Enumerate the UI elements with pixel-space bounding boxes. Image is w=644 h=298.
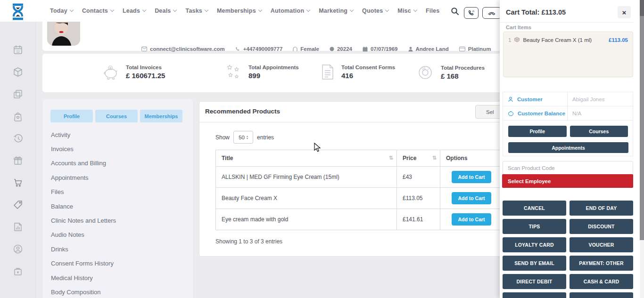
menu-item-audio-notes[interactable]: Audio Notes (51, 228, 189, 242)
nav-label: Memberships (217, 8, 256, 14)
menu-item-files[interactable]: Files (51, 185, 189, 199)
package-icon[interactable] (12, 66, 24, 78)
stat-label: Total Appointments (248, 64, 299, 70)
stat-label: Total Invoices (126, 64, 165, 70)
nav-item-marketing[interactable]: Marketing (319, 8, 353, 14)
menu-item-clinic-notes[interactable]: Clinic Notes and Letters (51, 213, 189, 227)
cash-and-card-button[interactable]: CASH & CARD (570, 274, 633, 289)
chevron-down-icon (306, 8, 310, 12)
table-row: Beauty Face Cream X £113.05 Add to Cart (216, 188, 518, 209)
shopping-bag-heart-icon[interactable] (12, 111, 24, 122)
nav-item-automation[interactable]: Automation (271, 8, 310, 14)
page-size-value: 50 (239, 135, 245, 140)
menu-item-invoices[interactable]: Invoices (51, 142, 189, 156)
voucher-button[interactable]: VOUCHER (570, 237, 633, 252)
cancel-button[interactable]: CANCEL (503, 201, 566, 216)
column-header-title[interactable]: Title⇅ (216, 150, 397, 167)
search-icon[interactable] (451, 7, 459, 16)
nav-item-deals[interactable]: Deals (155, 8, 176, 14)
avatar (47, 22, 80, 46)
chevron-down-icon (385, 8, 389, 12)
nav-item-tasks[interactable]: Tasks (185, 8, 208, 14)
tag-icon[interactable] (12, 199, 24, 210)
send-by-email-button[interactable]: SEND BY EMAIL (503, 256, 566, 271)
recommended-products-card: Recommended Products Sel Show 50 ▴▾ entr… (199, 101, 529, 257)
stat-value: £ 168 (441, 72, 485, 80)
scan-product-code-input[interactable] (503, 161, 633, 175)
gift-icon[interactable] (12, 155, 24, 166)
chevron-down-icon (350, 8, 354, 12)
menu-item-consent-forms-history[interactable]: Consent Forms History (51, 257, 189, 271)
nav-item-today[interactable]: Today (50, 8, 73, 14)
calendar-icon[interactable]: 12 (12, 44, 24, 56)
vertical-scrollbar (640, 0, 644, 298)
nav-item-contacts[interactable]: Contacts (82, 8, 114, 14)
menu-item-appointments[interactable]: Appointments (51, 170, 189, 185)
cart-action-button-partial[interactable] (570, 292, 633, 298)
product-title-cell: ALLSKIN | MED GF Firming Eye Cream (15ml… (216, 167, 397, 188)
close-icon[interactable]: × (618, 6, 631, 18)
menu-item-activity[interactable]: Activity (51, 128, 189, 142)
nav-label: Contacts (82, 8, 108, 14)
direct-debit-button[interactable]: DIRECT DEBIT (503, 274, 566, 289)
page-size-select[interactable]: 50 ▴▾ (233, 131, 253, 144)
nav-item-memberships[interactable]: Memberships (217, 8, 262, 14)
show-label: Show (215, 134, 230, 141)
add-to-cart-button[interactable]: Add to Cart (452, 171, 491, 183)
cart-icon[interactable] (12, 177, 24, 188)
cart-item-qty: 1 (508, 37, 511, 43)
select-employee-button[interactable]: Select Employee (502, 174, 633, 188)
tab-profile[interactable]: Profile (50, 110, 93, 122)
menu-item-body-composition[interactable]: Body Composition (51, 285, 189, 298)
contact-address: Andree Land (408, 46, 449, 52)
add-to-cart-button[interactable]: Add to Cart (452, 213, 491, 226)
tips-button[interactable]: TIPS (503, 219, 566, 234)
user-circle-icon[interactable] (12, 243, 24, 255)
phone-call-icon-button[interactable] (464, 7, 479, 19)
copy-icon[interactable] (12, 89, 24, 100)
cart-item[interactable]: 1 Beauty Face Cream X (1 ml) £113.05 (504, 32, 633, 43)
history-icon[interactable] (12, 133, 24, 144)
menu-item-drinks[interactable]: Drinks (51, 242, 189, 256)
phone-hangup-icon-button[interactable] (482, 7, 501, 19)
payment-other-button[interactable]: PAYMENT: OTHER (570, 256, 633, 271)
cart-courses-button[interactable]: Courses (570, 126, 628, 137)
stat-total-appointments: Total Appointments899 (224, 64, 299, 81)
customer-balance-link[interactable]: Customer Balance (503, 106, 568, 120)
end-of-day-button[interactable]: END OF DAY (570, 201, 633, 216)
menu-item-accounts-and-billing[interactable]: Accounts and Billing (51, 156, 189, 170)
table-length-control: Show 50 ▴▾ entries (215, 131, 274, 144)
report-icon[interactable] (12, 221, 24, 233)
cart-item-price: £113.05 (609, 37, 628, 43)
customer-row: Customer Abigail Jones (503, 92, 633, 106)
nav-item-files[interactable]: Files (426, 8, 440, 14)
cart-action-buttons: CANCEL END OF DAY TIPS DISCOUNT LOYALTY … (503, 201, 633, 298)
stat-label: Total Consent Forms (341, 64, 395, 70)
clinicsoftware-logo-icon[interactable] (9, 2, 27, 21)
add-to-cart-button[interactable]: Add to Cart (452, 192, 491, 204)
discount-button[interactable]: DISCOUNT (570, 219, 633, 234)
product-price-cell: £43 (397, 167, 440, 188)
loyalty-card-button[interactable]: LOYALTY CARD (503, 237, 566, 252)
customer-link[interactable]: Customer (503, 92, 568, 106)
nav-item-leads[interactable]: Leads (123, 8, 146, 14)
cart-action-button-partial[interactable] (503, 292, 566, 298)
column-header-price[interactable]: Price⇅ (397, 150, 440, 167)
briefcase-upload-icon[interactable] (12, 266, 24, 277)
tab-courses[interactable]: Courses (95, 110, 138, 122)
nav-item-misc[interactable]: Misc (397, 8, 417, 14)
cart-profile-button[interactable]: Profile (508, 126, 567, 137)
scrollbar-thumb[interactable] (640, 0, 644, 240)
chevron-down-icon (258, 8, 262, 12)
chevron-down-icon (205, 8, 208, 12)
products-card-header: Recommended Products Sel (199, 102, 528, 122)
nav-item-quotes[interactable]: Quotes (362, 8, 388, 14)
table-row: ALLSKIN | MED GF Firming Eye Cream (15ml… (216, 167, 518, 188)
menu-item-medical-history[interactable]: Medical History (51, 271, 189, 285)
tab-memberships[interactable]: Memberships (140, 110, 182, 122)
menu-item-balance[interactable]: Balance (51, 199, 189, 213)
stat-value: £ 160671.25 (126, 72, 165, 80)
stat-total-procedures: Total Procedures£ 168 (416, 64, 485, 81)
nav-label: Tasks (185, 8, 202, 14)
cart-appointments-button[interactable]: Appointments (508, 142, 628, 153)
